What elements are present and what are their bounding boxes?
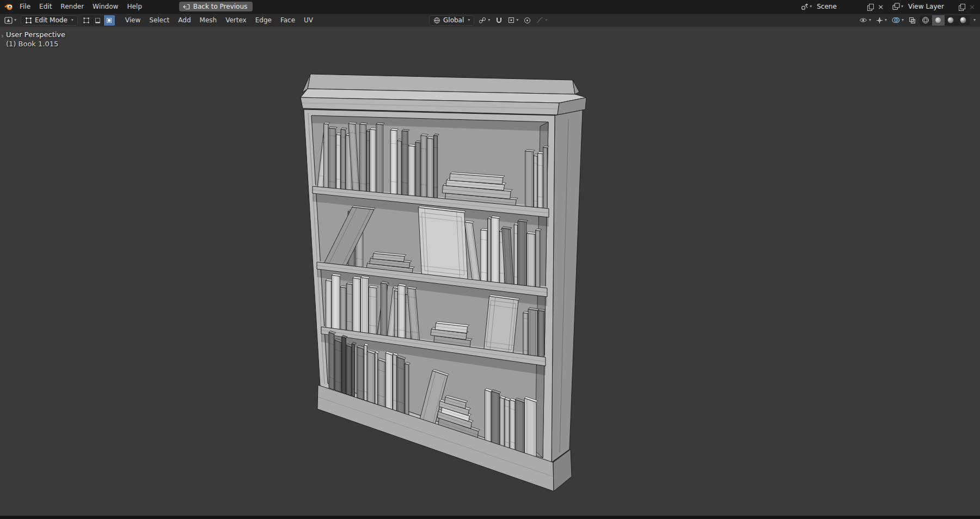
viewport-header-center: Global ▾ ▾ ▾ — [429, 14, 548, 27]
snap-settings-dropdown[interactable]: ▾ — [507, 16, 519, 24]
menu-window[interactable]: Window — [88, 2, 122, 11]
copy-icon — [867, 4, 873, 10]
mode-label: Edit Mode — [35, 16, 68, 24]
view-layer-name-field[interactable]: View Layer — [906, 3, 956, 10]
globe-icon — [433, 17, 440, 24]
caret-down-icon: ▾ — [516, 18, 518, 22]
orientation-label: Global — [443, 16, 464, 24]
wireframe-sphere-icon — [922, 16, 929, 24]
topbar-right: ▾ Scene × ▾ View Layer × — [800, 2, 977, 11]
add-view-layer-button[interactable] — [958, 3, 966, 10]
shading-solid-button[interactable] — [932, 15, 945, 26]
proportional-editing-button[interactable] — [523, 16, 532, 25]
show-gizmo-dropdown[interactable]: ▾ — [875, 16, 888, 25]
view-layer-icon — [892, 3, 900, 10]
rendered-sphere-icon — [959, 16, 967, 24]
show-overlays-dropdown[interactable]: ▾ — [891, 16, 905, 24]
menu-uv[interactable]: UV — [299, 16, 317, 25]
snap-toggle-button[interactable] — [494, 16, 504, 25]
active-object-label: (1) Book 1.015 — [6, 40, 58, 48]
scene-browse-button[interactable]: ▾ — [800, 2, 813, 11]
new-scene-button[interactable] — [866, 3, 874, 10]
caret-down-icon: ▾ — [468, 18, 470, 22]
edit-mode-icon — [25, 17, 32, 24]
viewport-header-right: ▾ ▾ ▾ — [858, 14, 976, 27]
menu-select[interactable]: Select — [145, 16, 174, 25]
transform-orientation-dropdown[interactable]: Global ▾ — [429, 15, 474, 26]
proportional-circle-icon — [524, 17, 531, 24]
object-visibility-dropdown[interactable]: ▾ — [858, 16, 872, 24]
pivot-point-dropdown[interactable]: ▾ — [477, 16, 491, 25]
overlays-icon — [892, 17, 900, 23]
proportional-falloff-dropdown[interactable]: ▾ — [535, 16, 548, 24]
eye-icon — [859, 17, 867, 23]
caret-down-icon: ▾ — [71, 18, 74, 22]
caret-down-icon: ▾ — [14, 18, 16, 22]
menu-view[interactable]: View — [121, 16, 145, 25]
caret-down-icon: ▾ — [545, 18, 547, 22]
scene-canvas-bookshelf[interactable] — [0, 27, 980, 516]
vertex-select-button[interactable] — [81, 15, 93, 26]
gizmo-icon — [876, 17, 883, 24]
menu-help[interactable]: Help — [122, 2, 146, 11]
caret-down-icon: ▾ — [885, 18, 887, 22]
face-select-button[interactable] — [104, 15, 115, 26]
editor-3d-viewport-icon — [4, 17, 13, 24]
solid-sphere-icon — [934, 16, 942, 24]
menu-add[interactable]: Add — [174, 16, 195, 25]
remove-view-layer-button[interactable]: × — [967, 3, 977, 10]
menu-render[interactable]: Render — [56, 2, 88, 11]
topbar: File Edit Render Window Help Back to Pre… — [0, 0, 980, 13]
edge-select-icon — [95, 17, 101, 23]
falloff-curve-icon — [536, 17, 543, 23]
view-layer-browse-button[interactable]: ▾ — [891, 2, 904, 11]
viewport-header: ▾ Edit Mode ▾ — [0, 13, 980, 27]
scene-name-field[interactable]: Scene — [814, 3, 865, 10]
menu-vertex[interactable]: Vertex — [221, 16, 251, 25]
editor-type-button[interactable]: ▾ — [3, 16, 17, 25]
view-perspective-label: User Perspective — [6, 30, 65, 39]
menu-mesh[interactable]: Mesh — [195, 16, 222, 25]
copy-icon — [959, 4, 965, 10]
status-bar — [0, 516, 980, 519]
caret-down-icon: ▾ — [488, 18, 490, 22]
menu-file[interactable]: File — [15, 2, 35, 11]
back-to-previous-button[interactable]: Back to Previous — [179, 2, 253, 11]
xray-icon — [909, 17, 916, 24]
caret-down-icon: ▾ — [869, 18, 871, 22]
xray-toggle-button[interactable] — [908, 16, 917, 25]
viewport-menus: View Select Add Mesh Vertex Edge Face UV — [121, 16, 317, 25]
shading-mode-group — [920, 15, 970, 26]
back-screen-icon — [183, 4, 190, 10]
mode-dropdown[interactable]: Edit Mode ▾ — [21, 15, 78, 26]
magnet-icon — [495, 17, 503, 24]
snap-target-icon — [508, 17, 514, 23]
blender-logo-icon[interactable] — [4, 3, 13, 10]
scene-icon — [801, 3, 808, 10]
shading-wireframe-button[interactable] — [920, 15, 932, 26]
caret-down-icon: ▾ — [810, 4, 812, 9]
unlink-scene-button[interactable]: × — [876, 3, 885, 10]
vertex-select-icon — [83, 17, 89, 23]
material-sphere-icon — [947, 16, 954, 24]
caret-down-icon: ▾ — [902, 18, 904, 22]
face-select-icon — [106, 17, 112, 23]
shading-material-button[interactable] — [945, 15, 957, 26]
menu-face[interactable]: Face — [276, 16, 299, 25]
shading-options-dropdown[interactable]: ▾ — [973, 18, 976, 22]
back-button-label: Back to Previous — [193, 3, 248, 10]
select-mode-group — [81, 15, 115, 26]
caret-down-icon: ▾ — [901, 4, 903, 9]
menu-edit[interactable]: Edit — [35, 2, 56, 11]
pivot-icon — [479, 17, 486, 24]
viewport-3d[interactable]: User Perspective (1) Book 1.015 › — [0, 27, 980, 516]
toolbar-expand-chevron-icon[interactable]: › — [1, 32, 4, 40]
shading-rendered-button[interactable] — [957, 15, 970, 26]
menu-edge[interactable]: Edge — [251, 16, 276, 25]
edge-select-button[interactable] — [93, 15, 104, 26]
